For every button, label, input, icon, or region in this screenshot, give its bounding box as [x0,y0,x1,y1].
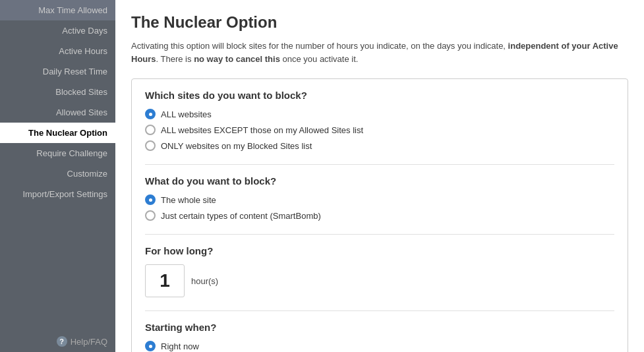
desc-part1: Activating this option will block sites … [131,41,508,51]
hours-input-row: 1 hour(s) [145,264,614,297]
section3-title: For how long? [145,245,614,256]
desc-part2: . There is [156,54,194,64]
sidebar-item-require-challenge[interactable]: Require Challenge [0,143,115,163]
radio-item-right-now[interactable]: Right now [145,341,614,351]
main-content: The Nuclear Option Activating this optio… [115,0,644,352]
hours-input[interactable]: 1 [145,264,185,297]
sidebar-item-daily-reset-time[interactable]: Daily Reset Time [0,61,115,82]
page-title: The Nuclear Option [131,13,628,32]
what-block-group: The whole siteJust certain types of cont… [145,194,614,221]
radio-label-right-now: Right now [161,341,199,351]
help-label: Help/FAQ [71,337,107,347]
sidebar-item-nuclear-option[interactable]: The Nuclear Option [0,123,115,143]
radio-item-all-except[interactable]: ALL websites EXCEPT those on my Allowed … [145,125,614,135]
radio-item-certain-content[interactable]: Just certain types of content (SmartBomb… [145,210,614,221]
sidebar-item-customize[interactable]: Customize [0,163,115,184]
sidebar-item-import-export[interactable]: Import/Export Settings [0,184,115,204]
radio-circle-certain-content [145,210,156,221]
radio-circle-all-websites [145,109,156,119]
radio-item-whole-site[interactable]: The whole site [145,194,614,205]
help-icon: ? [57,336,67,347]
radio-label-whole-site: The whole site [161,195,216,205]
hours-unit: hour(s) [191,276,218,286]
desc-part3: once you activate it. [280,54,359,64]
radio-label-only-blocked: ONLY websites on my Blocked Sites list [161,141,312,151]
sidebar-item-max-time-allowed[interactable]: Max Time Allowed [0,0,115,20]
section2-title: What do you want to block? [145,175,614,187]
radio-item-all-websites[interactable]: ALL websites [145,109,614,119]
sidebar-item-active-hours[interactable]: Active Hours [0,41,115,61]
radio-label-all-except: ALL websites EXCEPT those on my Allowed … [161,125,363,135]
section4-title: Starting when? [145,322,614,333]
sidebar-help[interactable]: ?Help/FAQ [0,331,115,352]
radio-item-only-blocked[interactable]: ONLY websites on my Blocked Sites list [145,140,614,151]
radio-circle-only-blocked [145,140,156,151]
starting-group: Right nowWhen my Max Time Allowed has be… [145,341,614,352]
desc-bold2: no way to cancel this [194,54,280,64]
which-sites-group: ALL websitesALL websites EXCEPT those on… [145,109,614,151]
description: Activating this option will block sites … [131,40,628,65]
sidebar-item-allowed-sites[interactable]: Allowed Sites [0,102,115,123]
section1-title: Which sites do you want to block? [145,90,614,101]
sidebar-item-blocked-sites[interactable]: Blocked Sites [0,82,115,102]
divider3 [145,310,614,311]
radio-circle-whole-site [145,194,156,205]
divider1 [145,164,614,165]
options-panel: Which sites do you want to block? ALL we… [131,78,628,352]
radio-label-certain-content: Just certain types of content (SmartBomb… [161,211,321,221]
divider2 [145,234,614,235]
sidebar-item-active-days[interactable]: Active Days [0,20,115,41]
radio-circle-all-except [145,125,156,135]
sidebar: Max Time AllowedActive DaysActive HoursD… [0,0,115,352]
radio-circle-right-now [145,341,156,351]
radio-label-all-websites: ALL websites [161,109,212,119]
